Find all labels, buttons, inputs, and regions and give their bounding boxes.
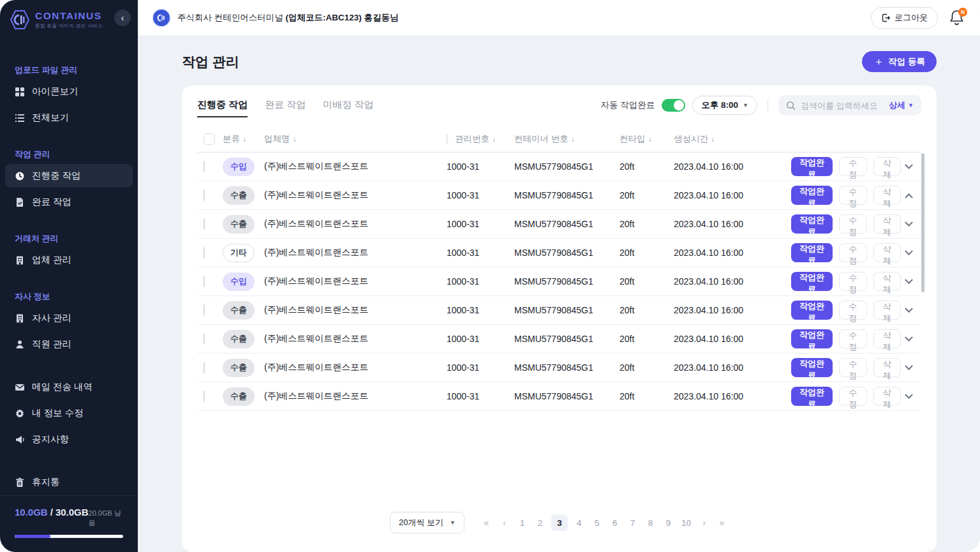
row-checkbox[interactable]	[204, 161, 205, 172]
sort-desc-icon[interactable]: ↓	[293, 135, 297, 144]
nav-label: 내 정보 수정	[32, 407, 84, 419]
notification-bell[interactable]: N	[949, 10, 965, 26]
col-header-container-type[interactable]: 컨타입	[620, 133, 646, 145]
last-page-icon[interactable]: »	[715, 514, 729, 531]
row-expand-chevron-icon[interactable]	[905, 161, 913, 169]
page-number[interactable]: 6	[608, 514, 621, 531]
edit-button[interactable]: 수정	[839, 329, 867, 348]
delete-button[interactable]: 삭제	[873, 243, 902, 262]
row-checkbox[interactable]	[204, 333, 205, 345]
page-number[interactable]: 2	[533, 514, 547, 531]
sort-desc-icon[interactable]: ↓	[492, 135, 496, 144]
complete-job-button[interactable]: 작업완료	[791, 358, 833, 377]
col-header-container-no[interactable]: 컨테이너 번호	[514, 133, 568, 145]
complete-job-button[interactable]: 작업완료	[791, 186, 833, 205]
complete-job-button[interactable]: 작업완료	[791, 243, 833, 262]
row-expand-chevron-icon[interactable]	[905, 391, 913, 399]
edit-button[interactable]: 수정	[839, 301, 867, 320]
sort-desc-icon[interactable]: ↓	[242, 135, 246, 144]
row-checkbox[interactable]	[204, 362, 205, 373]
edit-button[interactable]: 수정	[839, 358, 867, 377]
auto-complete-toggle[interactable]	[662, 99, 685, 112]
delete-button[interactable]: 삭제	[873, 301, 902, 320]
sort-desc-icon[interactable]: ↓	[711, 135, 715, 144]
row-expand-chevron-icon[interactable]	[905, 276, 913, 284]
edit-button[interactable]: 수정	[839, 243, 867, 262]
first-page-icon[interactable]: «	[480, 514, 493, 531]
table-scrollbar[interactable]	[921, 153, 924, 292]
complete-job-button[interactable]: 작업완료	[791, 329, 833, 348]
sidebar-item-our-company-management[interactable]: 자사 관리	[5, 306, 133, 330]
nav-label: 자사 관리	[32, 312, 71, 324]
sidebar-item-icon-view[interactable]: 아이콘보기	[5, 80, 133, 103]
row-checkbox[interactable]	[204, 276, 205, 287]
row-checkbox[interactable]	[204, 304, 205, 316]
sidebar-item-edit-my-info[interactable]: 내 정보 수정	[5, 401, 133, 425]
sidebar-item-company-management[interactable]: 업체 관리	[5, 248, 133, 272]
col-header-category[interactable]: 분류	[223, 133, 240, 145]
auto-complete-time-select[interactable]: 오후 8:00 ▼	[692, 96, 757, 115]
complete-job-button[interactable]: 작업완료	[791, 301, 833, 320]
sidebar-item-trash[interactable]: 휴지통	[5, 470, 133, 494]
row-expand-chevron-icon[interactable]	[905, 218, 913, 227]
complete-job-button[interactable]: 작업완료	[791, 272, 833, 291]
sort-desc-icon[interactable]: ↓	[571, 135, 575, 144]
delete-button[interactable]: 삭제	[873, 358, 902, 377]
edit-button[interactable]: 수정	[839, 387, 867, 406]
search-input[interactable]	[801, 101, 884, 110]
page-number[interactable]: 8	[644, 514, 657, 531]
logout-button[interactable]: 로그아웃	[871, 7, 938, 29]
edit-button[interactable]: 수정	[839, 214, 867, 234]
tab-in-progress[interactable]: 진행중 작업	[197, 99, 248, 117]
col-header-created[interactable]: 생성시간	[674, 133, 708, 145]
delete-button[interactable]: 삭제	[873, 387, 902, 406]
register-job-button[interactable]: ＋ 작업 등록	[862, 51, 937, 72]
complete-job-button[interactable]: 작업완료	[791, 387, 833, 406]
row-expand-chevron-icon[interactable]	[905, 193, 913, 202]
delete-button[interactable]: 삭제	[873, 186, 902, 205]
page-number[interactable]: 1	[516, 514, 529, 531]
sidebar-item-notices[interactable]: 공지사항	[5, 428, 133, 451]
tab-unassigned[interactable]: 미배정 작업	[323, 99, 373, 117]
sidebar-collapse-button[interactable]: ‹	[114, 10, 131, 26]
edit-button[interactable]: 수정	[839, 186, 867, 205]
complete-job-button[interactable]: 작업완료	[791, 157, 833, 176]
sidebar-item-employee-management[interactable]: 직원 관리	[5, 332, 133, 356]
page-number-active[interactable]: 3	[551, 514, 568, 531]
sidebar-item-jobs-complete[interactable]: 완료 작업	[5, 190, 133, 214]
complete-job-button[interactable]: 작업완료	[791, 214, 833, 234]
sidebar-item-jobs-in-progress[interactable]: 진행중 작업	[5, 164, 133, 188]
page-number[interactable]: 10	[679, 514, 693, 531]
delete-button[interactable]: 삭제	[873, 329, 902, 348]
delete-button[interactable]: 삭제	[873, 272, 902, 291]
delete-button[interactable]: 삭제	[873, 157, 902, 176]
row-expand-chevron-icon[interactable]	[905, 247, 913, 255]
row-checkbox[interactable]	[204, 190, 205, 201]
sidebar-item-mail-history[interactable]: 메일 전송 내역	[5, 375, 133, 399]
page-number[interactable]: 9	[662, 514, 675, 531]
col-header-company[interactable]: 업체명	[264, 133, 290, 145]
page-size-select[interactable]: 20개씩 보기 ▼	[390, 512, 464, 533]
row-checkbox[interactable]	[204, 391, 205, 402]
delete-button[interactable]: 삭제	[873, 214, 902, 234]
page-number[interactable]: 7	[626, 514, 639, 531]
page-number[interactable]: 4	[572, 514, 586, 531]
select-all-checkbox[interactable]	[204, 133, 215, 145]
col-header-mgmt-no[interactable]: 관리번호	[455, 133, 489, 145]
sidebar-item-list-view[interactable]: 전체보기	[5, 106, 133, 130]
row-expand-chevron-icon[interactable]	[905, 362, 913, 370]
tab-complete[interactable]: 완료 작업	[265, 99, 306, 117]
next-page-icon[interactable]: ›	[697, 514, 711, 531]
edit-button[interactable]: 수정	[839, 272, 867, 291]
nav-label: 전체보기	[32, 112, 69, 124]
row-expand-chevron-icon[interactable]	[905, 333, 913, 341]
sort-desc-icon[interactable]: ↓	[648, 135, 652, 144]
row-checkbox[interactable]	[204, 247, 205, 258]
row-expand-chevron-icon[interactable]	[905, 304, 913, 313]
prev-page-icon[interactable]: ‹	[498, 514, 511, 531]
row-checkbox[interactable]	[204, 218, 205, 230]
cell-container-type: 20ft	[620, 161, 674, 172]
advanced-search-button[interactable]: 상세 ▼	[889, 100, 914, 111]
edit-button[interactable]: 수정	[839, 157, 867, 176]
page-number[interactable]: 5	[590, 514, 604, 531]
